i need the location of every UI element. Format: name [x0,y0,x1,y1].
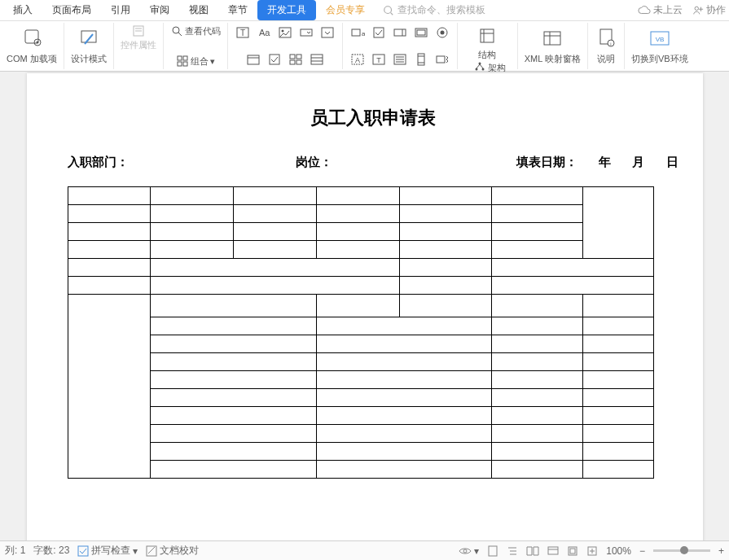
legacy-list-icon[interactable] [392,51,408,68]
svg-line-63 [480,64,483,68]
svg-rect-84 [570,549,575,553]
legacy-t-icon[interactable]: T [371,51,387,68]
group-controls-grid: T Aa [228,23,343,69]
svg-rect-55 [437,56,445,63]
svg-rect-35 [352,29,360,36]
addins-label: COM 加载项 [7,53,57,65]
svg-text:Aa: Aa [259,28,270,37]
svg-rect-56 [481,29,494,42]
props-button [132,24,145,37]
legacy-dropdown-icon[interactable] [392,24,408,41]
table-row [68,443,653,461]
zoom-in[interactable]: + [718,545,724,557]
svg-point-43 [440,31,444,35]
group-button[interactable]: 组合 ▾ [176,55,215,68]
document-area[interactable]: 员工入职申请表 入职部门： 岗位： 填表日期： 年 月 日 [0,72,729,540]
search-placeholder: 查找命令、搜索模板 [397,3,485,17]
tab-layout[interactable]: 页面布局 [42,0,101,20]
svg-text:ab: ab [362,30,365,37]
legacy-spin-icon[interactable] [434,51,450,68]
addins-icon[interactable] [20,27,43,50]
ctrl-checkbox-icon[interactable] [266,51,283,68]
doc-proof[interactable]: 文档校对 [146,544,199,558]
legacy-text-icon[interactable]: ab [349,24,366,41]
ribbon: COM 加载项 设计模式 控件属性 查看代码 组合 ▾ T Aa ab [0,21,729,72]
xml-icon[interactable] [541,27,564,50]
table-row [68,259,653,277]
view-page-icon[interactable] [487,545,498,557]
group-vb: VB 切换到VB环境 [625,23,695,69]
collab-button[interactable]: 协作 [692,3,726,17]
view-web-icon[interactable] [547,545,559,557]
table-row [68,461,653,479]
svg-rect-31 [296,60,301,64]
tab-review[interactable]: 审阅 [140,0,179,20]
cloud-status[interactable]: 未上云 [638,3,683,17]
tab-vip[interactable]: 会员专享 [316,0,375,20]
tab-insert[interactable]: 插入 [3,0,42,20]
svg-line-1 [391,12,393,15]
legacy-radio-icon[interactable] [434,24,450,41]
help-icon[interactable]: i [595,27,617,50]
tab-refs[interactable]: 引用 [101,0,140,20]
zoom-out[interactable]: − [639,545,645,557]
structure-icon[interactable] [476,24,498,47]
xml-label: XML 映射窗格 [525,53,581,65]
group-legacy: ab A T [343,23,458,69]
table-row [68,241,653,259]
zoom-slider[interactable] [653,549,710,552]
group-design: 设计模式 [64,23,114,69]
form-table [68,186,654,479]
svg-line-13 [178,33,182,36]
zoom-fit-icon[interactable] [586,545,598,557]
search-icon [383,5,394,16]
ctrl-richtext-icon[interactable]: Aa [256,24,272,41]
ctrl-combo-icon[interactable] [298,24,314,41]
tab-chapter[interactable]: 章节 [218,0,257,20]
legacy-a-icon[interactable]: A [349,51,366,68]
table-row [68,277,653,295]
vb-icon[interactable]: VB [648,27,671,50]
view-outline-icon[interactable] [507,545,518,557]
ctrl-image-icon[interactable] [277,24,293,41]
svg-rect-73 [78,546,88,556]
ctrl-text-icon[interactable]: T [235,24,251,41]
view-print-icon[interactable] [567,545,578,557]
props-label: 控件属性 [121,39,156,51]
ctrl-date-icon[interactable] [245,51,261,68]
group-code: 查看代码 组合 ▾ [164,23,228,69]
table-row [68,425,653,443]
svg-point-7 [36,42,38,44]
ctrl-dropdown-icon[interactable] [319,24,336,41]
help-label: 说明 [597,53,615,65]
tab-dev[interactable]: 开发工具 [257,0,316,20]
table-row [68,371,653,389]
ctrl-repeat-icon[interactable] [309,51,325,68]
tab-view[interactable]: 视图 [179,0,218,20]
svg-line-75 [148,547,155,553]
ctrl-gallery-icon[interactable] [288,51,304,68]
svg-rect-14 [178,56,182,60]
table-row [68,407,653,425]
view-eye-icon[interactable]: ▾ [459,545,479,557]
info-line: 入职部门： 岗位： 填表日期： 年 月 日 [68,155,678,170]
svg-text:VB: VB [656,36,665,43]
view-read-icon[interactable] [526,546,539,556]
legacy-check-icon[interactable] [371,24,387,41]
svg-rect-65 [544,32,560,45]
viewcode-button[interactable]: 查看代码 [170,24,221,37]
legacy-scroll-icon[interactable] [413,51,429,68]
table-row [68,223,653,241]
design-icon[interactable] [77,27,100,50]
svg-rect-15 [183,56,187,60]
search-box[interactable]: 查找命令、搜索模板 [383,3,485,17]
structure-label: 结构 [478,49,496,61]
status-words[interactable]: 字数: 23 [33,544,69,558]
table-row [68,205,653,223]
svg-point-22 [281,30,283,33]
zoom-value[interactable]: 100% [606,545,631,557]
svg-rect-24 [322,28,333,37]
legacy-frame-icon[interactable] [413,24,429,41]
spell-check[interactable]: 拼写检查 ▾ [77,544,138,558]
vb-label: 切换到VB环境 [631,53,688,65]
